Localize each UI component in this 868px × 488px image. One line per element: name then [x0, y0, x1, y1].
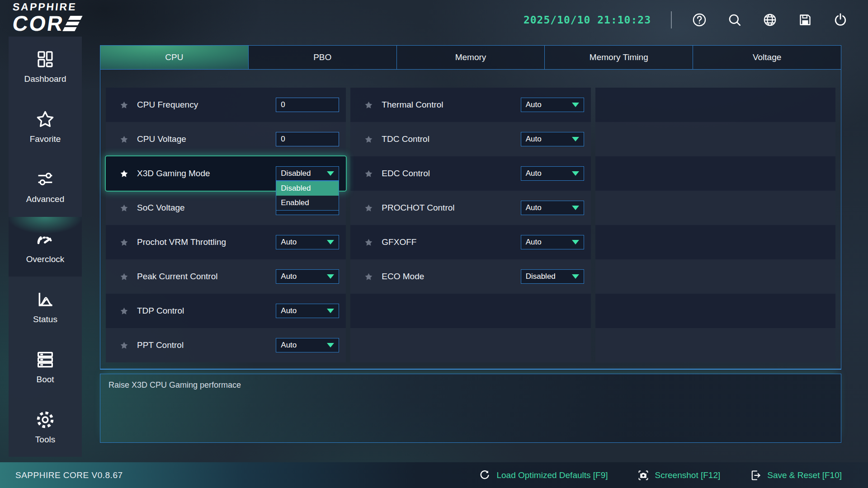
action-label: Save & Reset [F10]	[767, 470, 842, 480]
setting-label: GFXOFF	[382, 237, 520, 247]
setting-row[interactable]: PROCHOT ControlAuto	[350, 191, 590, 225]
save-button[interactable]	[797, 12, 813, 28]
power-button[interactable]	[833, 12, 848, 28]
save-reset-button[interactable]: Save & Reset [F10]	[749, 469, 842, 482]
empty-row	[595, 259, 835, 294]
tab-label: Memory	[455, 52, 486, 62]
favorite-star-icon[interactable]	[364, 169, 373, 178]
sidebar-item-label: Dashboard	[24, 74, 66, 84]
chevron-down-icon	[327, 309, 334, 313]
setting-row[interactable]: X3D Gaming ModeDisabledDisabledEnabled	[106, 156, 346, 191]
help-icon	[692, 12, 707, 28]
favorite-star-icon[interactable]	[119, 203, 129, 213]
value-select[interactable]: Auto	[521, 235, 584, 249]
sidebar-item-label: Favorite	[30, 134, 61, 144]
setting-label: CPU Voltage	[137, 134, 276, 144]
setting-label: X3D Gaming Mode	[137, 169, 276, 178]
value-select[interactable]: Auto	[521, 166, 584, 181]
globe-button[interactable]	[762, 12, 778, 28]
empty-row	[595, 156, 835, 191]
setting-row[interactable]: EDC ControlAuto	[350, 156, 590, 191]
setting-row[interactable]: Prochot VRM ThrottlingAuto	[106, 225, 346, 259]
chevron-down-icon	[572, 103, 579, 107]
save-icon	[797, 12, 813, 28]
value-input[interactable]	[276, 132, 339, 146]
value-select[interactable]: Auto	[276, 269, 339, 284]
setting-row[interactable]: PPT ControlAuto	[106, 328, 346, 362]
tab-memory-timing[interactable]: Memory Timing	[545, 46, 693, 69]
value-select[interactable]: Disabled	[276, 166, 339, 181]
empty-row	[595, 225, 835, 259]
description-panel: Raise X3D CPU Gaming performace	[100, 374, 841, 443]
setting-row[interactable]: Peak Current ControlAuto	[106, 259, 346, 294]
search-button[interactable]	[727, 12, 742, 28]
setting-row[interactable]: CPU Frequency	[106, 88, 346, 122]
sidebar-item-advanced[interactable]: Advanced	[9, 157, 82, 217]
value-input[interactable]	[276, 98, 339, 112]
sidebar-item-tools[interactable]: Tools	[9, 397, 82, 457]
favorite-star-icon[interactable]	[119, 272, 129, 282]
chevron-down-icon	[327, 274, 334, 279]
value-select[interactable]: Auto	[276, 338, 339, 352]
value-select[interactable]: Auto	[276, 304, 339, 318]
select-option[interactable]: Disabled	[276, 181, 339, 196]
favorite-star-icon[interactable]	[364, 203, 373, 213]
favorite-star-icon[interactable]	[364, 272, 373, 282]
setting-label: Prochot VRM Throttling	[137, 237, 276, 247]
favorite-star-icon[interactable]	[364, 135, 373, 144]
sidebar-item-favorite[interactable]: Favorite	[9, 97, 82, 157]
load-defaults-button[interactable]: Load Optimized Defaults [F9]	[478, 469, 608, 482]
favorite-star-icon[interactable]	[119, 306, 129, 316]
globe-icon	[762, 12, 778, 28]
help-button[interactable]	[692, 12, 707, 28]
setting-row[interactable]: Thermal ControlAuto	[350, 88, 590, 122]
tab-cpu[interactable]: CPU	[100, 46, 249, 69]
setting-row[interactable]: ECO ModeDisabled	[350, 259, 590, 294]
action-label: Load Optimized Defaults [F9]	[496, 470, 608, 480]
chevron-down-icon	[327, 240, 334, 244]
search-icon	[727, 12, 742, 28]
empty-row	[595, 88, 835, 122]
settings-column-middle: Thermal ControlAutoTDC ControlAutoEDC Co…	[350, 88, 590, 369]
dropdown-menu: DisabledEnabled	[276, 181, 339, 211]
boot-icon	[35, 349, 56, 370]
action-label: Screenshot [F12]	[655, 470, 721, 480]
chevron-down-icon	[572, 171, 579, 176]
chevron-down-icon	[327, 171, 334, 176]
settings-column-left: CPU FrequencyCPU VoltageX3D Gaming ModeD…	[106, 88, 346, 369]
chevron-down-icon	[572, 206, 579, 210]
datetime: 2025/10/10 21:10:23	[524, 14, 651, 26]
favorite-star-icon[interactable]	[119, 341, 129, 350]
sidebar-item-boot[interactable]: Boot	[9, 337, 82, 397]
favorite-star-icon[interactable]	[119, 238, 129, 247]
favorite-star-icon[interactable]	[364, 238, 373, 247]
tab-bar: CPUPBOMemoryMemory TimingVoltage	[100, 45, 841, 69]
setting-row[interactable]: TDC ControlAuto	[350, 122, 590, 156]
tab-label: Voltage	[753, 52, 781, 62]
bios-page: SAPPHIRE COR 2025/10/10 21:10:23 Dashboa…	[0, 0, 868, 488]
tab-voltage[interactable]: Voltage	[693, 46, 841, 69]
setting-row[interactable]: CPU Voltage	[106, 122, 346, 156]
tab-pbo[interactable]: PBO	[249, 46, 397, 69]
favorite-star-icon[interactable]	[119, 169, 129, 178]
favorite-star-icon[interactable]	[119, 135, 129, 144]
value-select[interactable]: Auto	[521, 98, 584, 112]
setting-label: PPT Control	[137, 340, 276, 350]
value-select[interactable]: Auto	[521, 132, 584, 146]
favorite-star-icon[interactable]	[364, 100, 373, 110]
description-text: Raise X3D CPU Gaming performace	[108, 380, 833, 390]
setting-row[interactable]: GFXOFFAuto	[350, 225, 590, 259]
tab-memory[interactable]: Memory	[397, 46, 545, 69]
sidebar-item-overclock[interactable]: Overclock	[9, 217, 82, 277]
value-select[interactable]: Auto	[521, 201, 584, 215]
value-select[interactable]: Disabled	[521, 269, 584, 284]
sidebar-item-label: Status	[33, 314, 57, 324]
setting-label: Thermal Control	[382, 100, 520, 110]
value-select[interactable]: Auto	[276, 235, 339, 249]
select-option[interactable]: Enabled	[276, 196, 339, 210]
screenshot-button[interactable]: Screenshot [F12]	[637, 469, 721, 482]
setting-row[interactable]: TDP ControlAuto	[106, 294, 346, 328]
favorite-star-icon[interactable]	[119, 100, 129, 110]
sidebar-item-status[interactable]: Status	[9, 277, 82, 337]
sidebar-item-dashboard[interactable]: Dashboard	[9, 37, 82, 97]
